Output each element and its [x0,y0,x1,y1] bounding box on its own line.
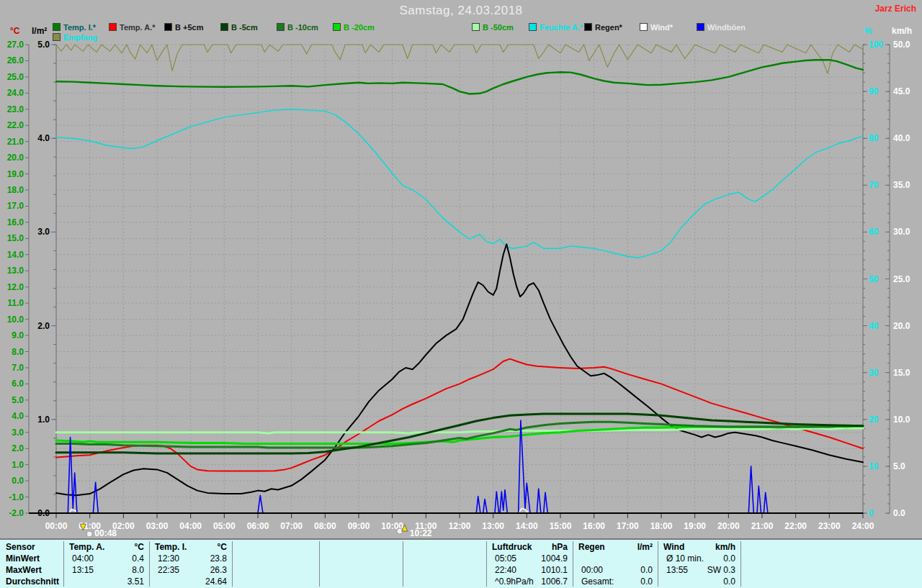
table-cell-value: 1010.1 [486,564,568,576]
rain-axis-label: 4.0 [37,133,50,143]
temp-axis-label: 7.0 [12,363,24,373]
time-axis-label: 04:00 [179,521,202,531]
table-cell-value: 23.8 [149,553,227,564]
time-axis-label: 17:00 [617,521,639,531]
table-column-divider [403,541,403,587]
table-col-unit: km/h [658,541,735,553]
temp-axis-label: 14.0 [7,250,24,260]
wind-axis-label: 45.0 [893,86,910,96]
time-axis-label: 13:00 [482,521,504,531]
humidity-axis-label: 20 [869,415,879,425]
temp-axis-label: 2.0 [12,443,24,453]
temp-axis-label: 1.0 [12,460,24,470]
table-cell-value: 0.0 [658,553,735,564]
wind-axis-label: 0.0 [893,508,905,518]
table-row-label: Durchschnitt [6,576,59,587]
humidity-axis-label: 30 [869,368,879,378]
time-axis-label: 03:00 [146,521,169,531]
table-cell-value: 3.51 [63,576,144,587]
humidity-axis-label: 50 [869,274,879,284]
time-axis-label: 16:00 [583,521,605,531]
wind-axis-label: 15.0 [893,368,910,378]
table-column-divider [319,541,320,587]
temp-axis-label: 16.0 [7,217,24,227]
time-axis-label: 19:00 [684,521,706,531]
table-row-label: MaxWert [6,564,42,576]
time-axis-label: 05:00 [213,521,236,531]
table-cell-value: 0.0 [658,576,735,587]
time-axis-label: 06:00 [247,521,269,531]
wind-axis-label: 5.0 [893,461,905,471]
rain-axis-label: 2.0 [37,321,50,331]
table-cell-value: 26.3 [149,564,227,576]
table-column-divider [740,541,741,587]
time-axis-label: 22:00 [784,521,807,531]
moonset-time-label: 00:48 [94,528,117,538]
temp-axis-label: 19.0 [7,169,24,179]
table-row-label: Sensor [6,541,35,553]
time-axis-label: 09:00 [348,521,370,531]
table-cell-value: 0.4 [63,553,144,564]
table-col-unit: hPa [486,541,568,553]
humidity-axis-label: 40 [869,321,879,331]
temp-axis-label: 24.0 [7,88,24,98]
temp-axis-label: 13.0 [7,266,24,276]
humidity-axis-label: 80 [869,133,879,143]
table-column-divider [232,541,233,587]
table-cell-value: SW 0.3 [658,564,735,576]
table-row-label: MinWert [6,553,40,564]
humidity-axis-label: 60 [869,227,879,237]
table-col-unit: °C [149,541,227,553]
weather-chart-plot[interactable]: 27.026.025.024.023.022.021.020.019.018.0… [0,0,922,538]
rain-axis-label: 1.0 [37,415,50,425]
humidity-axis-label: 100 [869,40,883,50]
temp-axis-label: 11.0 [7,298,24,308]
table-cell-value: 24.64 [149,576,227,587]
time-axis-label: 07:00 [280,521,303,531]
rain-axis-label: 5.0 [37,40,50,50]
humidity-axis-label: 90 [869,86,879,96]
temp-axis-label: -2.0 [9,508,24,518]
time-axis-label: 24:00 [852,521,874,531]
temp-axis-label: 3.0 [12,428,24,438]
temp-axis-label: 22.0 [7,120,24,130]
table-cell-value: 1004.9 [486,553,568,564]
temp-axis-label: 17.0 [7,201,24,211]
temp-axis-label: 5.0 [12,395,24,405]
moon-icon [86,531,92,537]
temp-axis-label: 26.0 [7,55,24,65]
table-col-unit: l/m² [573,541,653,553]
weather-app-window: Samstag, 24.03.2018 Jarz Erich °C l/m² %… [0,0,922,588]
table-cell-value: 0.0 [573,564,653,576]
time-axis-label: 12:00 [449,521,471,531]
humidity-axis-label: 10 [869,461,879,471]
time-axis-label: 18:00 [650,521,673,531]
table-col-unit: °C [63,541,144,553]
time-axis-label: 08:00 [314,521,336,531]
wind-axis-label: 20.0 [893,321,910,331]
table-cell-value: 8.0 [63,564,144,576]
wind-axis-label: 50.0 [893,40,910,50]
temp-axis-label: 20.0 [7,153,24,163]
temp-axis-label: -1.0 [9,492,24,502]
temp-axis-label: 10.0 [7,315,24,325]
wind-axis-label: 30.0 [893,227,910,237]
wind-axis-label: 25.0 [893,274,910,284]
humidity-axis-label: 0 [869,508,874,518]
wind-axis-label: 10.0 [893,415,910,425]
moonrise-time-label: 10:22 [410,528,432,538]
wind-axis-label: 40.0 [893,133,910,143]
temp-axis-label: 27.0 [7,40,24,50]
wind-axis-label: 35.0 [893,180,910,190]
temp-axis-label: 0.0 [12,476,24,486]
temp-axis-label: 21.0 [7,137,24,147]
temp-axis-label: 15.0 [7,233,24,243]
time-axis-label: 23:00 [818,521,841,531]
time-axis-label: 15:00 [550,521,572,531]
temp-axis-label: 6.0 [12,379,24,389]
temp-axis-label: 12.0 [7,282,24,292]
temp-axis-label: 18.0 [7,185,24,195]
time-axis-label: 21:00 [751,521,774,531]
summary-table: SensorMinWertMaxWertDurchschnittTemp. A.… [0,538,922,588]
table-cell-value: 1006.7 [486,576,568,587]
